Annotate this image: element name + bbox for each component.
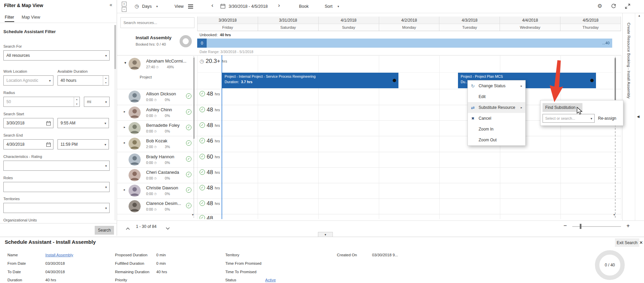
previous-period-icon[interactable]: ‹ — [211, 2, 213, 9]
resource-row[interactable]: Clarence Desim... 0:00 ◷ 0% ✓ — [117, 198, 197, 214]
roles-select[interactable]: ▾ — [3, 182, 110, 192]
search-button[interactable]: Search — [95, 226, 114, 235]
resource-row[interactable]: ▸ Christie Dawson 0:00 ◷ 0% ✓ — [117, 183, 197, 198]
booking-status-dot[interactable] — [590, 79, 594, 82]
gear-icon[interactable]: ⚙ — [597, 3, 602, 9]
available-duration-stepper[interactable]: 40 hours ▴ ▾ — [58, 75, 109, 86]
view-label[interactable]: View — [175, 4, 184, 9]
expand-caret-icon[interactable]: ▸ — [124, 141, 125, 144]
booking-bar[interactable]: Project - Internal Project - Service Pro… — [222, 73, 398, 88]
resource-row[interactable]: ▸ Ashley Chinn 0:00 ◷ 0% ✓ — [117, 105, 197, 120]
menu-item-change-status[interactable]: ↻ Change Status ▸ — [468, 80, 525, 91]
zoom-slider-thumb[interactable] — [580, 224, 581, 229]
resource-list-scrollbar[interactable] — [193, 56, 194, 218]
chevron-down-icon: ▾ — [105, 143, 106, 146]
expand-caret-icon[interactable]: ▸ — [124, 125, 125, 129]
exit-search-button[interactable]: Exit Search — [615, 238, 639, 247]
page-down-icon[interactable] — [166, 225, 170, 231]
calendar-icon[interactable] — [46, 142, 51, 148]
chevron-down-icon[interactable]: ▾ — [156, 5, 158, 8]
field-label: Time From Promised — [225, 261, 261, 265]
filter-panel-scrollbar[interactable] — [114, 25, 116, 220]
resource-subrow-project[interactable]: Project — [117, 72, 197, 89]
radius-unit-select[interactable]: mi ▾ — [84, 97, 110, 107]
day-column-name: Thursday — [560, 24, 621, 31]
panel-expand-icon[interactable]: ◀ — [637, 115, 640, 118]
scroll-up-icon[interactable]: ▲ — [638, 14, 641, 17]
stepper-arrows[interactable]: ▴ ▾ — [74, 97, 79, 107]
next-period-icon[interactable]: › — [278, 2, 280, 9]
requirement-name-link[interactable]: Install Assembly — [45, 253, 73, 257]
reassign-button[interactable]: Re-assign — [598, 116, 616, 121]
step-up-icon[interactable]: ▴ — [74, 97, 79, 102]
search-start-time-select[interactable]: 9:55 AM ▾ — [58, 118, 109, 128]
refresh-icon[interactable] — [611, 3, 616, 10]
date-range-label[interactable]: 3/30/2018 - 4/5/2018 — [229, 4, 268, 9]
calendar-icon[interactable] — [46, 121, 51, 126]
duration-label: Duration: — [225, 80, 239, 84]
stepper-arrows[interactable]: ▴ ▾ — [103, 76, 109, 85]
create-booking-panel-tab[interactable]: Create Resource Booking - Install Assemb… — [622, 13, 635, 220]
close-icon[interactable]: ✕ — [639, 240, 643, 245]
radius-unit-value: mi — [87, 99, 91, 104]
resource-row[interactable]: ▼ Abraham McCormi... 27:40 ◷ 49% — [117, 56, 197, 72]
step-down-icon[interactable]: ▾ — [74, 102, 79, 107]
bottom-panel-handle[interactable]: ▾ — [318, 232, 333, 237]
resource-row[interactable]: ▸ Bernadette Foley 0:00 ◷ 0% ✓ — [117, 120, 197, 136]
territories-select[interactable]: ▾ — [3, 203, 110, 213]
status-active-link[interactable]: Active — [265, 278, 276, 282]
step-down-icon[interactable]: ▾ — [103, 80, 109, 85]
collapse-panel-icon[interactable]: « — [110, 2, 112, 7]
timescale-dropdown[interactable]: Days — [142, 4, 152, 9]
resource-row[interactable]: Brady Hannon 0:00 ◷ 0% ✓ — [117, 152, 197, 167]
scrollbar-thumb[interactable] — [193, 57, 194, 139]
substitute-select[interactable]: Select or search... ▾ — [543, 114, 595, 123]
search-for-select[interactable]: All resources ▾ — [3, 50, 110, 61]
booking-status-dot[interactable] — [393, 79, 396, 82]
divider — [117, 89, 197, 89]
sort-dropdown[interactable]: Sort — [325, 4, 332, 9]
chevron-down-icon[interactable]: ▾ — [338, 5, 339, 8]
menu-item-edit[interactable]: Edit — [468, 91, 525, 102]
grid-scrollbar[interactable] — [615, 57, 616, 218]
scroll-down-icon[interactable]: ▼ — [191, 213, 194, 216]
fullscreen-icon[interactable] — [625, 4, 630, 10]
zoom-out-icon[interactable]: − — [564, 222, 567, 229]
menu-item-cancel[interactable]: ✖ Cancel — [468, 113, 525, 124]
resource-row[interactable]: Allison Dickson 0:00 ◷ 0% ✓ — [117, 89, 197, 104]
resource-row[interactable]: ▸ Bob Kozak 2:00 ◷ 3% ✓ — [117, 136, 197, 151]
search-end-time-select[interactable]: 11:59 PM ▾ — [58, 139, 109, 149]
expand-all-icon[interactable]: + — [122, 2, 127, 6]
unbooked-start-chip: 0 — [197, 39, 207, 48]
hours-unit: hrs — [215, 155, 220, 159]
view-type-icon[interactable] — [188, 4, 193, 10]
book-button[interactable]: Book — [299, 4, 309, 9]
expand-caret-icon[interactable]: ▸ — [124, 110, 125, 113]
zoom-in-icon[interactable]: + — [626, 222, 630, 229]
radius-stepper[interactable]: 50 ▴ ▾ — [3, 97, 80, 107]
search-end-date-input[interactable]: 4/30/2018 — [3, 139, 53, 149]
scrollbar-thumb[interactable] — [114, 25, 116, 69]
unbooked-availability-bar[interactable]: 0 ...40 — [197, 39, 612, 48]
page-up-icon[interactable] — [126, 225, 130, 231]
step-up-icon[interactable]: ▴ — [103, 76, 109, 80]
work-location-select[interactable]: Location Agnostic ▾ — [3, 75, 53, 86]
tab-map-view[interactable]: Map View — [22, 15, 40, 20]
menu-item-zoom-out[interactable]: Zoom Out — [468, 135, 525, 145]
requirement-block[interactable]: Install Assembly Booked hrs: 0 / 40 — [117, 31, 197, 55]
characteristics-select[interactable]: ▾ — [3, 161, 110, 171]
expand-caret-icon[interactable]: ▼ — [124, 61, 127, 65]
expand-caret-icon[interactable]: ▸ — [124, 188, 125, 191]
scrollbar-thumb[interactable] — [615, 58, 616, 101]
availability-hours: ✓ 48 hrs — [200, 169, 220, 176]
search-resources-input[interactable] — [120, 17, 194, 28]
resource-row[interactable]: Cheri Castaneda 0:00 ◷ 0% ✓ — [117, 167, 197, 183]
requirement-gauge-ring — [180, 35, 192, 47]
collapse-all-icon[interactable]: − — [122, 7, 127, 12]
calendar-icon[interactable] — [221, 4, 225, 10]
menu-item-zoom-in[interactable]: Zoom In — [468, 124, 525, 135]
scroll-down-icon[interactable]: ▼ — [613, 213, 616, 216]
tab-filter[interactable]: Filter — [5, 15, 14, 22]
search-start-date-input[interactable]: 3/30/2018 — [3, 118, 53, 128]
menu-item-substitute-resource[interactable]: ⇄ Substitute Resource ▸ — [468, 102, 525, 113]
